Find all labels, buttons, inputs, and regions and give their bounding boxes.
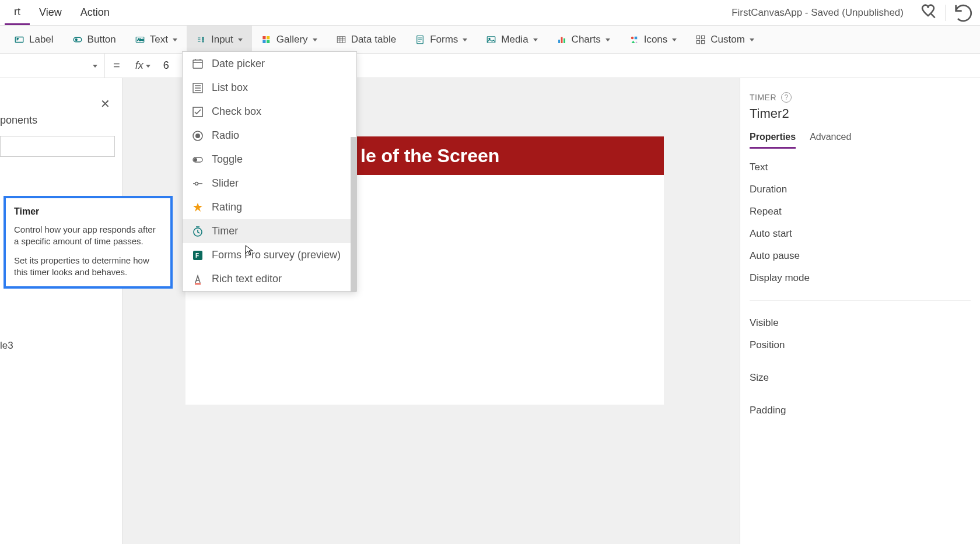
chevron-down-icon — [533, 34, 538, 45]
svg-text:F: F — [195, 252, 199, 259]
chevron-down-icon — [93, 61, 97, 71]
insert-ribbon: Label Button Abc Text Input Gallery Data… — [0, 26, 980, 54]
svg-text:Abc: Abc — [137, 38, 143, 41]
formula-value[interactable]: 6 — [158, 59, 175, 72]
tooltip-paragraph: Control how your app responds after a sp… — [14, 224, 162, 248]
toggle-icon — [192, 154, 204, 166]
dropdown-item-rating[interactable]: Rating — [183, 195, 356, 219]
date-picker-icon — [192, 58, 204, 70]
property-dropdown[interactable] — [0, 54, 105, 78]
dropdown-item-radio[interactable]: Radio — [183, 124, 356, 148]
ribbon-text-label: Text — [150, 34, 168, 45]
prop-visible[interactable]: Visible — [750, 317, 971, 329]
prop-size[interactable]: Size — [750, 372, 971, 384]
tab-properties[interactable]: Properties — [750, 132, 796, 149]
svg-rect-8 — [262, 36, 265, 39]
control-name[interactable]: Timer2 — [750, 106, 971, 121]
ribbon-data-table[interactable]: Data table — [327, 26, 406, 53]
dropdown-scrollbar[interactable] — [351, 52, 356, 291]
dropdown-item-label: Forms Pro survey (preview) — [212, 249, 341, 261]
rating-icon — [192, 202, 204, 213]
svg-text:+: + — [635, 40, 638, 44]
divider — [946, 5, 946, 21]
dropdown-item-label: Rich text editor — [212, 273, 282, 285]
formula-bar: = fx 6 — [0, 54, 980, 78]
dropdown-item-check-box[interactable]: Check box — [183, 100, 356, 124]
chevron-down-icon — [313, 34, 317, 45]
prop-padding[interactable]: Padding — [750, 405, 971, 416]
tab-advanced[interactable]: Advanced — [810, 132, 851, 149]
dropdown-item-label: Slider — [212, 177, 239, 189]
fx-button[interactable]: fx — [128, 59, 158, 72]
ribbon-charts[interactable]: Charts — [547, 26, 620, 53]
ribbon-text[interactable]: Abc Text — [125, 26, 187, 53]
dropdown-item-label: Rating — [212, 201, 242, 213]
tooltip-title: Timer — [14, 206, 162, 217]
radio-icon — [192, 130, 204, 142]
prop-text[interactable]: Text — [750, 162, 971, 173]
svg-rect-11 — [267, 40, 270, 43]
svg-point-19 — [631, 36, 634, 39]
tab-insert[interactable]: rt — [5, 0, 30, 25]
tab-action[interactable]: Action — [71, 0, 119, 25]
prop-auto-start[interactable]: Auto start — [750, 228, 971, 240]
svg-rect-24 — [697, 40, 700, 43]
svg-rect-25 — [702, 40, 705, 43]
ribbon-media-label: Media — [501, 34, 528, 45]
chevron-down-icon — [463, 34, 467, 45]
ribbon-button[interactable]: Button — [63, 26, 125, 53]
dropdown-item-rich-text[interactable]: Rich text editor — [183, 267, 356, 291]
ribbon-input-label: Input — [211, 34, 233, 45]
tree-item[interactable]: le3 — [0, 335, 122, 356]
ribbon-forms-label: Forms — [430, 34, 458, 45]
close-icon[interactable]: ✕ — [100, 97, 110, 111]
svg-rect-20 — [634, 36, 637, 39]
undo-button[interactable] — [952, 1, 975, 24]
dropdown-item-timer[interactable]: Timer — [183, 219, 356, 243]
ribbon-label[interactable]: Label — [5, 26, 63, 53]
ribbon-gallery[interactable]: Gallery — [252, 26, 327, 53]
dropdown-item-date-picker[interactable]: Date picker — [183, 52, 356, 76]
tooltip-paragraph: Set its properties to determine how this… — [14, 255, 162, 279]
tab-view[interactable]: View — [30, 0, 71, 25]
chevron-down-icon — [606, 34, 610, 45]
svg-rect-23 — [702, 36, 705, 38]
prop-repeat[interactable]: Repeat — [750, 206, 971, 217]
dropdown-item-forms-pro[interactable]: F Forms Pro survey (preview) — [183, 243, 356, 267]
control-type-label: TIMER ? — [750, 92, 971, 103]
rich-text-icon — [192, 273, 204, 285]
ribbon-custom[interactable]: Custom — [686, 26, 764, 53]
tree-search-input[interactable] — [0, 136, 115, 157]
ribbon-input[interactable]: Input — [187, 26, 252, 53]
prop-auto-pause[interactable]: Auto pause — [750, 250, 971, 262]
dropdown-item-label: List box — [212, 82, 248, 94]
svg-rect-16 — [558, 40, 560, 43]
dropdown-item-toggle[interactable]: Toggle — [183, 148, 356, 171]
app-title: FirstCanvasApp - Saved (Unpublished) — [732, 7, 911, 19]
health-icon[interactable] — [916, 1, 940, 24]
svg-rect-10 — [262, 40, 265, 43]
svg-rect-26 — [193, 60, 202, 68]
svg-rect-1 — [74, 37, 82, 42]
dropdown-item-label: Date picker — [212, 58, 265, 70]
chevron-down-icon — [146, 59, 150, 72]
prop-position[interactable]: Position — [750, 339, 971, 351]
dropdown-item-slider[interactable]: Slider — [183, 171, 356, 195]
ribbon-forms[interactable]: Forms — [405, 26, 477, 53]
svg-point-7 — [202, 40, 204, 41]
prop-display-mode[interactable]: Display mode — [750, 272, 971, 284]
dropdown-item-label: Check box — [212, 106, 261, 118]
svg-point-2 — [75, 38, 77, 40]
ribbon-media[interactable]: Media — [477, 26, 547, 53]
ribbon-icons[interactable]: + Icons — [620, 26, 687, 53]
svg-point-5 — [202, 37, 204, 38]
svg-rect-18 — [564, 38, 565, 43]
chevron-down-icon — [238, 34, 243, 45]
check-box-icon — [192, 106, 204, 118]
prop-duration[interactable]: Duration — [750, 184, 971, 195]
dropdown-item-list-box[interactable]: List box — [183, 76, 356, 100]
properties-tabs: Properties Advanced — [750, 132, 971, 149]
svg-rect-14 — [488, 36, 496, 43]
help-icon[interactable]: ? — [781, 92, 792, 103]
forms-pro-icon: F — [192, 250, 204, 261]
